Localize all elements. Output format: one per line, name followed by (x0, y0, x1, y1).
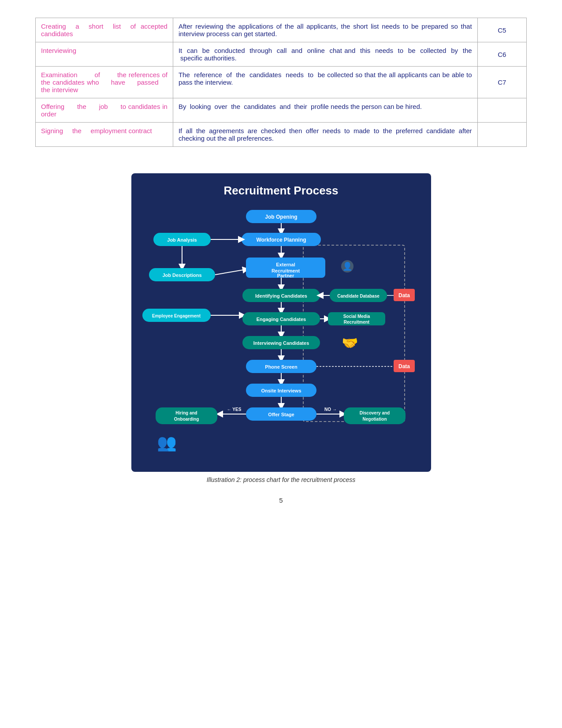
cell-right-1: C5 (477, 18, 526, 42)
table-row: Creating a short list of accepted candid… (36, 18, 527, 42)
table-row: Offering the job to candidates in order … (36, 98, 527, 123)
svg-text:Social Media: Social Media (343, 314, 370, 319)
svg-line-13 (215, 269, 246, 275)
svg-text:Onsite Interviews: Onsite Interviews (261, 388, 301, 393)
chart-box: Recruitment Process Job Opening Workforc… (131, 173, 431, 472)
svg-text:👤: 👤 (342, 261, 353, 271)
svg-rect-62 (344, 407, 406, 424)
cell-right-3: C7 (477, 67, 526, 98)
svg-text:Job Analysis: Job Analysis (167, 237, 197, 243)
svg-text:Onboarding: Onboarding (174, 417, 199, 422)
svg-rect-59 (156, 407, 217, 424)
cell-left-3: Examination of the references of the can… (36, 67, 173, 98)
table-row: Signing the employment contract If all t… (36, 123, 527, 147)
svg-text:Phone Screen: Phone Screen (265, 364, 298, 370)
cell-mid-3: The reference of the candidates needs to… (173, 67, 477, 98)
svg-text:Offer Stage: Offer Stage (268, 412, 294, 417)
table-row: Interviewing It can be conducted through… (36, 42, 527, 67)
svg-text:Workforce Planning: Workforce Planning (256, 237, 306, 243)
svg-text:🤝: 🤝 (341, 335, 358, 351)
cell-right-5 (477, 123, 526, 147)
svg-text:Job Descriptions: Job Descriptions (162, 273, 201, 278)
cell-left-5: Signing the employment contract (36, 123, 173, 147)
svg-text:Interviewing Candidates: Interviewing Candidates (253, 340, 309, 346)
svg-text:NO →: NO → (324, 407, 337, 412)
svg-text:Recruitment: Recruitment (343, 320, 369, 325)
svg-text:External: External (276, 262, 295, 267)
table-row: Examination of the references of the can… (36, 67, 527, 98)
illustration-caption: Illustration 2: process chart for the re… (207, 476, 356, 483)
svg-text:← YES: ← YES (227, 407, 241, 412)
svg-text:Identifying Candidates: Identifying Candidates (255, 293, 307, 299)
svg-text:Negotiation: Negotiation (362, 417, 387, 422)
content-table: Creating a short list of accepted candid… (35, 18, 527, 147)
cell-left-1: Creating a short list of accepted candid… (36, 18, 173, 42)
svg-text:Data: Data (398, 363, 409, 370)
cell-mid-5: If all the agreements are checked then o… (173, 123, 477, 147)
svg-text:Candidate Database: Candidate Database (337, 294, 380, 299)
svg-text:Job Opening: Job Opening (265, 214, 297, 220)
svg-text:👥: 👥 (156, 433, 176, 452)
svg-text:Discovery and: Discovery and (359, 411, 389, 415)
recruitment-diagram: Job Opening Workforce Planning Job Analy… (140, 205, 422, 461)
chart-title: Recruitment Process (140, 184, 422, 198)
cell-left-4: Offering the job to candidates in order (36, 98, 173, 123)
cell-mid-2: It can be conducted through call and onl… (173, 42, 477, 67)
svg-text:Engaging Candidates: Engaging Candidates (256, 317, 305, 322)
svg-text:Hiring and: Hiring and (175, 411, 197, 415)
svg-text:Partner: Partner (277, 273, 294, 278)
cell-right-4 (477, 98, 526, 123)
cell-mid-4: By looking over the candidates and their… (173, 98, 477, 123)
cell-left-2: Interviewing (36, 42, 173, 67)
svg-text:Data: Data (398, 292, 409, 299)
illustration-container: Recruitment Process Job Opening Workforc… (35, 173, 527, 483)
page-number: 5 (35, 497, 527, 504)
cell-right-2: C6 (477, 42, 526, 67)
cell-mid-1: After reviewing the applications of the … (173, 18, 477, 42)
svg-text:Employee Engagement: Employee Engagement (152, 314, 201, 318)
